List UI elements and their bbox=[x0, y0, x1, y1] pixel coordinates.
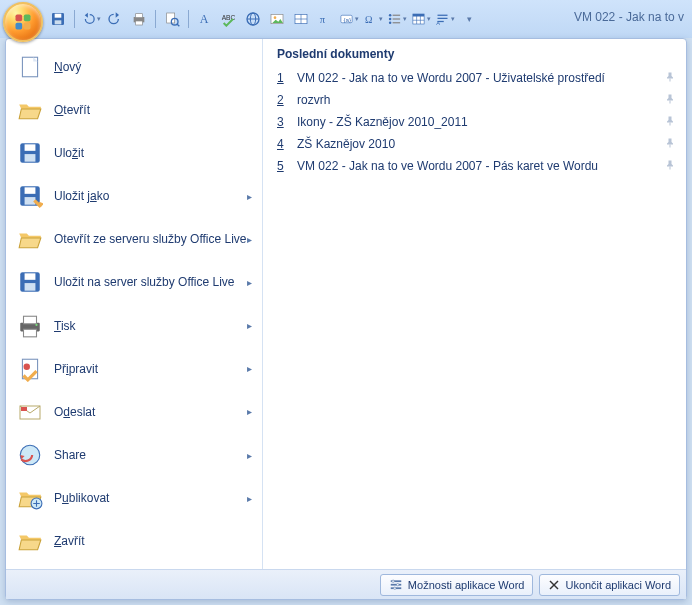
menu-item-close-doc[interactable]: Zavřít bbox=[8, 520, 260, 563]
qat-undo-button[interactable]: ▾ bbox=[81, 9, 101, 29]
pin-icon[interactable] bbox=[664, 159, 676, 174]
print-icon bbox=[16, 312, 44, 340]
recent-doc-row[interactable]: 3Ikony - ZŠ Kaznějov 2010_2011 bbox=[277, 111, 676, 133]
svg-rect-48 bbox=[25, 197, 36, 205]
qat-font-a-button[interactable]: A bbox=[195, 9, 215, 29]
qat-separator bbox=[74, 10, 75, 28]
omega-icon: Ω bbox=[363, 11, 378, 27]
qat-quickprint-button[interactable] bbox=[129, 9, 149, 29]
qat-redo-button[interactable] bbox=[105, 9, 125, 29]
svg-rect-64 bbox=[670, 122, 671, 125]
save-icon bbox=[16, 139, 44, 167]
quick-access-toolbar: ▾AABCπ{a}▾Ω▾▾▾A▾▾ bbox=[48, 8, 479, 30]
word-options-label: Možnosti aplikace Word bbox=[408, 579, 525, 591]
svg-rect-68 bbox=[391, 583, 402, 585]
svg-rect-66 bbox=[670, 166, 671, 169]
menu-item-send[interactable]: Odeslat▸ bbox=[8, 390, 260, 433]
menu-item-label: Odeslat bbox=[54, 405, 95, 419]
recent-documents-panel: Poslední dokumenty 1VM 022 - Jak na to v… bbox=[263, 39, 686, 569]
svg-point-57 bbox=[24, 363, 31, 370]
office-button[interactable] bbox=[3, 2, 43, 42]
svg-rect-28 bbox=[393, 15, 401, 16]
submenu-arrow-icon: ▸ bbox=[247, 234, 252, 245]
qat-save-button[interactable] bbox=[48, 9, 68, 29]
titlebar: ▾AABCπ{a}▾Ω▾▾▾A▾▾ VM 022 - Jak na to v bbox=[0, 0, 692, 38]
qat-image-button[interactable] bbox=[267, 9, 287, 29]
dropdown-caret-icon: ▾ bbox=[97, 15, 101, 23]
qat-omega-button[interactable]: Ω▾ bbox=[363, 9, 383, 29]
svg-point-31 bbox=[389, 22, 392, 25]
menu-item-print[interactable]: Tisk▸ bbox=[8, 304, 260, 347]
bullets-icon bbox=[387, 11, 402, 27]
menu-item-new[interactable]: Nový bbox=[8, 45, 260, 88]
spelling-icon: ABC bbox=[221, 11, 237, 27]
submenu-arrow-icon: ▸ bbox=[247, 191, 252, 202]
qat-hyperlink-button[interactable] bbox=[243, 9, 263, 29]
svg-rect-1 bbox=[24, 15, 31, 22]
svg-text:Ω: Ω bbox=[365, 14, 372, 25]
qat-separator bbox=[188, 10, 189, 28]
qat-bullets-button[interactable]: ▾ bbox=[387, 9, 407, 29]
send-icon bbox=[16, 398, 44, 426]
svg-rect-38 bbox=[438, 15, 448, 16]
chevron-down-icon: ▾ bbox=[467, 14, 472, 24]
svg-rect-34 bbox=[413, 14, 424, 17]
qat-table-sm-button[interactable] bbox=[291, 9, 311, 29]
qat-printpreview-button[interactable] bbox=[162, 9, 182, 29]
recent-doc-row[interactable]: 5VM 022 - Jak na to ve Wordu 2007 - Pás … bbox=[277, 155, 676, 177]
svg-rect-0 bbox=[16, 15, 23, 22]
qat-spelling-button[interactable]: ABC bbox=[219, 9, 239, 29]
svg-rect-9 bbox=[136, 21, 143, 25]
open-live-icon bbox=[16, 225, 44, 253]
qat-customize-button[interactable]: ▾ bbox=[459, 9, 479, 29]
pin-icon[interactable] bbox=[664, 115, 676, 130]
recent-heading: Poslední dokumenty bbox=[277, 47, 676, 61]
qat-para-button[interactable]: A▾ bbox=[435, 9, 455, 29]
recent-doc-row[interactable]: 2rozvrh bbox=[277, 89, 676, 111]
menu-item-open-live[interactable]: Otevřít ze serveru služby Office Live▸ bbox=[8, 218, 260, 261]
menu-item-label: Zavřít bbox=[54, 534, 85, 548]
svg-rect-30 bbox=[393, 18, 401, 19]
recent-doc-row[interactable]: 1VM 022 - Jak na to ve Wordu 2007 - Uživ… bbox=[277, 67, 676, 89]
menu-item-share[interactable]: Share▸ bbox=[8, 434, 260, 477]
menu-item-saveas[interactable]: Uložit jako▸ bbox=[8, 175, 260, 218]
pin-icon[interactable] bbox=[664, 71, 676, 86]
svg-point-70 bbox=[392, 580, 394, 582]
menu-item-label: Uložit jako bbox=[54, 189, 109, 203]
menu-item-prepare[interactable]: Připravit▸ bbox=[8, 347, 260, 390]
qat-table-button[interactable]: ▾ bbox=[411, 9, 431, 29]
recent-doc-row[interactable]: 4ZŠ Kaznějov 2010 bbox=[277, 133, 676, 155]
svg-text:A: A bbox=[200, 12, 209, 26]
menu-item-label: Otevřít bbox=[54, 103, 90, 117]
exit-word-button[interactable]: Ukončit aplikaci Word bbox=[539, 574, 680, 596]
pin-icon[interactable] bbox=[664, 93, 676, 108]
saveas-icon bbox=[16, 182, 44, 210]
dropdown-caret-icon: ▾ bbox=[379, 15, 383, 23]
recent-doc-index: 1 bbox=[277, 71, 291, 85]
pin-icon[interactable] bbox=[664, 137, 676, 152]
menu-item-save[interactable]: Uložit bbox=[8, 131, 260, 174]
quickprint-icon bbox=[131, 11, 147, 27]
menu-item-save-live[interactable]: Uložit na server služby Office Live▸ bbox=[8, 261, 260, 304]
submenu-arrow-icon: ▸ bbox=[247, 363, 252, 374]
svg-rect-45 bbox=[25, 154, 36, 162]
font-a-icon: A bbox=[197, 11, 213, 27]
svg-rect-50 bbox=[25, 274, 36, 281]
svg-text:A: A bbox=[436, 20, 440, 26]
svg-rect-47 bbox=[25, 187, 36, 194]
svg-rect-3 bbox=[24, 23, 31, 30]
submenu-arrow-icon: ▸ bbox=[247, 406, 252, 417]
svg-rect-54 bbox=[24, 329, 37, 337]
word-options-button[interactable]: Možnosti aplikace Word bbox=[380, 574, 534, 596]
svg-point-19 bbox=[274, 16, 277, 19]
qat-pi-button[interactable]: π bbox=[315, 9, 335, 29]
qat-word-field-button[interactable]: {a}▾ bbox=[339, 9, 359, 29]
recent-doc-index: 4 bbox=[277, 137, 291, 151]
menu-item-open[interactable]: Otevřít bbox=[8, 88, 260, 131]
svg-rect-6 bbox=[55, 20, 62, 24]
dropdown-caret-icon: ▾ bbox=[355, 15, 359, 23]
svg-rect-2 bbox=[16, 23, 23, 30]
image-icon bbox=[269, 11, 285, 27]
menu-item-publish[interactable]: Publikovat▸ bbox=[8, 477, 260, 520]
exit-word-label: Ukončit aplikaci Word bbox=[565, 579, 671, 591]
